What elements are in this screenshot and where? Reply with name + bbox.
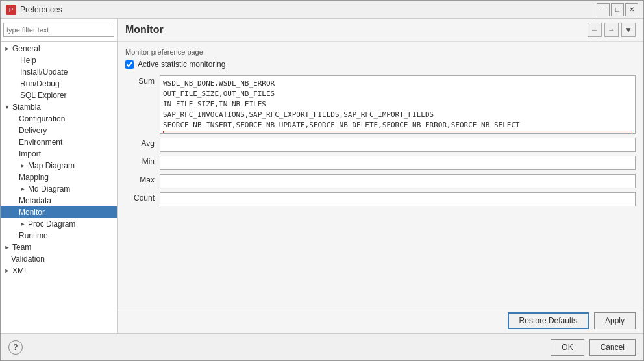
action-buttons-row: Restore Defaults Apply	[118, 308, 643, 333]
sidebar-item-stambia[interactable]: ▼ Stambia	[1, 101, 117, 113]
sidebar-item-label: Environment	[19, 138, 62, 147]
min-label: Min	[125, 156, 155, 166]
sidebar-item-label: Stambia	[12, 103, 41, 112]
sidebar-item-delivery[interactable]: Delivery	[1, 125, 117, 136]
sidebar-item-sql-explorer[interactable]: SQL Explorer	[1, 90, 117, 101]
sum-label: Sum	[125, 75, 155, 86]
sum-line-5: SFORCE_NB_INSERT,SFORCE_NB_UPDATE,SFORCE…	[163, 120, 632, 131]
tree: ► General Help Install/Update Run/Debug	[1, 42, 117, 333]
sidebar-item-map-diagram[interactable]: ► Map Diagram	[1, 160, 117, 171]
sidebar-item-run-debug[interactable]: Run/Debug	[1, 78, 117, 90]
back-button[interactable]: ←	[588, 23, 602, 37]
sum-line-3: IN_FILE_SIZE,IN_NB_FILES	[163, 99, 632, 110]
sidebar: ► General Help Install/Update Run/Debug	[1, 19, 118, 333]
sidebar-item-label: Monitor	[19, 208, 45, 217]
app-icon: P	[6, 5, 16, 15]
sidebar-item-label: Run/Debug	[20, 79, 60, 88]
max-field-row: Max	[125, 174, 636, 188]
count-input[interactable]	[160, 192, 636, 206]
sidebar-item-metadata[interactable]: Metadata	[1, 195, 117, 206]
expand-icon: ►	[19, 162, 27, 169]
sidebar-item-label: Mapping	[19, 173, 49, 182]
ok-button[interactable]: OK	[551, 339, 584, 356]
active-statistic-label: Active statistic monitoring	[138, 60, 225, 69]
sidebar-item-md-diagram[interactable]: ► Md Diagram	[1, 183, 117, 195]
sidebar-item-label: Configuration	[19, 114, 65, 123]
sum-field-row: Sum WSDL_NB_DONE,WSDL_NB_ERROR OUT_FILE_…	[125, 75, 636, 134]
sidebar-item-label: SQL Explorer	[20, 91, 67, 100]
sidebar-item-general[interactable]: ► General	[1, 43, 117, 55]
sidebar-item-label: Proc Diagram	[28, 219, 75, 229]
count-label: Count	[125, 192, 155, 203]
sidebar-item-runtime[interactable]: Runtime	[1, 230, 117, 242]
sidebar-item-label: Team	[12, 243, 31, 252]
bottom-right: OK Cancel	[551, 339, 636, 356]
sidebar-item-install-update[interactable]: Install/Update	[1, 66, 117, 78]
preferences-window: P Preferences — □ ✕ ► General Help	[0, 0, 644, 361]
sidebar-item-team[interactable]: ► Team	[1, 242, 117, 253]
main-content: Monitor ← → ▼ Monitor preference page Ac…	[118, 19, 643, 333]
expand-icon: ▼	[3, 104, 11, 110]
pref-page-label: Monitor preference page	[125, 48, 636, 56]
sidebar-item-label: Runtime	[19, 231, 48, 240]
sum-line-4: SAP_RFC_INVOCATIONS,SAP_RFC_EXPORT_FIELD…	[163, 110, 632, 120]
sidebar-item-label: Help	[20, 56, 36, 65]
sum-line-1: WSDL_NB_DONE,WSDL_NB_ERROR	[163, 79, 632, 89]
min-input[interactable]	[160, 156, 636, 170]
avg-input[interactable]	[160, 138, 636, 152]
fields-section: Sum WSDL_NB_DONE,WSDL_NB_ERROR OUT_FILE_…	[125, 75, 636, 206]
header-toolbar: ← → ▼	[588, 23, 636, 37]
search-input[interactable]	[3, 23, 114, 37]
main-header: Monitor ← → ▼	[118, 19, 643, 42]
cancel-button[interactable]: Cancel	[589, 339, 636, 356]
active-statistic-checkbox[interactable]	[125, 60, 134, 69]
sum-lines: WSDL_NB_DONE,WSDL_NB_ERROR OUT_FILE_SIZE…	[160, 76, 635, 134]
sidebar-item-xml[interactable]: ► XML	[1, 265, 117, 277]
title-bar: P Preferences — □ ✕	[1, 1, 643, 19]
sidebar-item-label: Delivery	[19, 126, 47, 135]
sidebar-item-label: Import	[19, 149, 41, 158]
title-bar-left: P Preferences	[6, 5, 62, 15]
active-statistic-row: Active statistic monitoring	[125, 60, 636, 69]
bottom-left: ?	[8, 340, 23, 355]
sidebar-item-configuration[interactable]: Configuration	[1, 113, 117, 125]
sidebar-item-proc-diagram[interactable]: ► Proc Diagram	[1, 218, 117, 230]
apply-button[interactable]: Apply	[594, 312, 636, 329]
sum-line-6: ESEARCH_INSERT,ESEARCH_GET,ESEARCH_UPDAT…	[163, 131, 632, 134]
sidebar-item-label: Install/Update	[20, 68, 68, 77]
max-label: Max	[125, 174, 155, 184]
sidebar-item-label: Map Diagram	[28, 161, 75, 170]
sidebar-item-import[interactable]: Import	[1, 148, 117, 160]
sidebar-item-label: Md Diagram	[28, 184, 70, 193]
max-input[interactable]	[160, 174, 636, 188]
sum-line-2: OUT_FILE_SIZE,OUT_NB_FILES	[163, 89, 632, 99]
sidebar-item-mapping[interactable]: Mapping	[1, 171, 117, 183]
bottom-bar: ? OK Cancel	[1, 333, 643, 360]
main-body: Monitor preference page Active statistic…	[118, 42, 643, 308]
sidebar-item-environment[interactable]: Environment	[1, 136, 117, 148]
sidebar-item-monitor[interactable]: Monitor	[1, 206, 117, 218]
dropdown-button[interactable]: ▼	[621, 23, 636, 37]
count-field-row: Count	[125, 192, 636, 206]
sidebar-item-label: XML	[12, 266, 29, 275]
sidebar-item-label: General	[12, 44, 40, 53]
expand-icon: ►	[3, 268, 11, 274]
forward-button[interactable]: →	[604, 23, 619, 37]
expand-icon: ►	[19, 221, 27, 227]
expand-icon: ►	[3, 45, 11, 52]
maximize-button[interactable]: □	[611, 3, 624, 16]
expand-icon: ►	[3, 244, 11, 251]
sidebar-item-validation[interactable]: Validation	[1, 253, 117, 265]
avg-label: Avg	[125, 138, 155, 148]
window-controls: — □ ✕	[597, 3, 638, 16]
help-button[interactable]: ?	[8, 340, 23, 355]
minimize-button[interactable]: —	[597, 3, 610, 16]
sum-content[interactable]: WSDL_NB_DONE,WSDL_NB_ERROR OUT_FILE_SIZE…	[160, 75, 636, 134]
sidebar-item-help[interactable]: Help	[1, 55, 117, 66]
close-button[interactable]: ✕	[625, 3, 638, 16]
window-title: Preferences	[20, 5, 62, 14]
restore-defaults-button[interactable]: Restore Defaults	[508, 312, 589, 329]
page-title: Monitor	[125, 24, 164, 36]
min-field-row: Min	[125, 156, 636, 170]
main-layout: ► General Help Install/Update Run/Debug	[1, 19, 643, 333]
